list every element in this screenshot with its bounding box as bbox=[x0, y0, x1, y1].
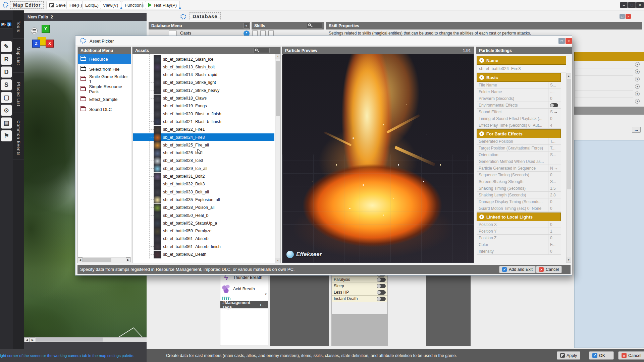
menu-item-viewv[interactable]: View(V) bbox=[100, 1, 121, 9]
system-icon[interactable]: S bbox=[1, 79, 12, 90]
display-icon[interactable]: ▢ bbox=[1, 92, 12, 103]
resource-icon[interactable]: R bbox=[1, 54, 12, 65]
asset-item[interactable]: sb_ef_battle014_Slash_rapid bbox=[133, 71, 274, 79]
scroll-right-icon[interactable]: ▶ bbox=[30, 338, 35, 342]
asset-item[interactable]: sb_ef_battle033_Bolt_all bbox=[133, 188, 274, 196]
setting-value[interactable]: 4 bbox=[548, 122, 561, 128]
setting-value[interactable]: 2.8 bbox=[548, 192, 561, 198]
test-play-button[interactable]: Test Play(P) bbox=[145, 1, 180, 9]
menu-item-simple-resource-pack[interactable]: Simple Resource Pack bbox=[78, 84, 131, 94]
menu-item-edite[interactable]: Edit(E) bbox=[82, 1, 102, 9]
asset-item[interactable]: sb_ef_battle061_Absorb bbox=[133, 235, 274, 243]
setting-value[interactable]: 1 bbox=[548, 228, 561, 234]
collapse-row-icon[interactable]: ▾ bbox=[635, 69, 640, 74]
setting-value[interactable]: S... bbox=[548, 82, 561, 88]
setting-value[interactable]: T... bbox=[548, 138, 561, 144]
toggle-off[interactable] bbox=[377, 297, 386, 301]
section-header-basic[interactable]: ▼Basic bbox=[477, 73, 561, 82]
asset-item[interactable]: sb_ef_battle061_Absorb_finish bbox=[133, 243, 274, 250]
particle-preview-viewport[interactable]: Effekseer bbox=[282, 54, 474, 263]
export-icon[interactable]: ▤ bbox=[1, 117, 12, 129]
asset-item[interactable]: sb_ef_battle012_Slash_ice bbox=[133, 55, 274, 63]
asset-item[interactable]: sb_ef_battle059_Paralyze bbox=[133, 227, 274, 235]
asset-item[interactable]: sb_ef_battle050_Heal_b bbox=[133, 212, 274, 219]
menu-item-smile-game-builder-1[interactable]: Smile Game Builder 1 bbox=[78, 74, 131, 84]
section-header-linked-to-local-lights[interactable]: ▼Linked to Local Lights bbox=[477, 213, 561, 221]
asset-item[interactable]: sb_ef_battle025_Fire_all bbox=[133, 141, 274, 149]
setting-value[interactable] bbox=[548, 102, 561, 108]
skills-search-box[interactable] bbox=[307, 23, 322, 28]
run-icon[interactable]: ⚑ bbox=[1, 130, 12, 141]
menu-burger-icon[interactable] bbox=[31, 27, 38, 34]
toggle-off[interactable] bbox=[377, 290, 386, 295]
add-and-exit-button[interactable]: ✓ Add and Exit bbox=[499, 266, 536, 273]
setting-value[interactable]: 0 bbox=[548, 205, 561, 212]
scroll-right-icon[interactable]: ▶ bbox=[126, 257, 130, 262]
asset-item[interactable]: sb_ef_battle019_Fangs bbox=[133, 102, 274, 110]
asset-item[interactable]: sb_ef_battle052_StatusUp_a bbox=[133, 219, 274, 227]
collapse-row-icon[interactable]: ▾ bbox=[635, 77, 640, 81]
expand-strip-button[interactable]: M· ❯ bbox=[0, 20, 12, 29]
sidebar-tab-map-list[interactable]: Map List bbox=[13, 39, 24, 73]
axis-z-handle[interactable]: Z bbox=[32, 40, 40, 48]
tool-icon[interactable] bbox=[268, 31, 274, 36]
minimize-icon[interactable]: – bbox=[620, 2, 628, 8]
nav-arrow-icon[interactable]: → bbox=[554, 166, 558, 171]
asset-item[interactable]: sb_ef_battle017_Strike_heavy bbox=[133, 86, 274, 94]
cancel-button[interactable]: × Cancel bbox=[618, 351, 644, 360]
asset-item[interactable]: sb_ef_battle031_Bolt2 bbox=[133, 173, 274, 180]
scroll-down-icon[interactable]: ▼ bbox=[275, 258, 280, 263]
database-icon[interactable]: D bbox=[1, 66, 12, 78]
setting-value[interactable]: S... bbox=[548, 178, 561, 185]
sidebar-tab-placed-list[interactable]: Placed List bbox=[13, 76, 24, 113]
setting-value[interactable]: 0 bbox=[548, 221, 561, 228]
menu-item-effect-sample[interactable]: Effect_Sample bbox=[78, 94, 131, 104]
scroll-down-icon[interactable]: ▼ bbox=[567, 257, 571, 262]
collapse-row-icon[interactable]: ▾ bbox=[635, 84, 640, 89]
setting-value[interactable]: S→ bbox=[548, 109, 561, 115]
setting-value[interactable] bbox=[548, 158, 561, 165]
axis-y-handle[interactable]: Y bbox=[42, 25, 50, 33]
setting-value[interactable]: T... bbox=[548, 145, 561, 151]
menu-item-sound-dlc[interactable]: Sound DLC bbox=[78, 104, 131, 114]
toggle-off[interactable] bbox=[377, 278, 386, 282]
collapse-row-icon[interactable]: ▾ bbox=[635, 92, 640, 96]
scroll-up-icon[interactable]: ▲ bbox=[567, 73, 571, 78]
maximize-icon[interactable]: □ bbox=[628, 2, 636, 8]
sidebar-tab-tools[interactable]: Tools bbox=[13, 15, 24, 39]
save-button[interactable]: Save bbox=[46, 1, 69, 9]
collapse-row-icon[interactable]: ▾ bbox=[635, 62, 640, 67]
asset-item[interactable]: sb_ef_battle020_Blast_a_finish bbox=[133, 110, 274, 118]
cancel-button[interactable]: × Cancel bbox=[536, 266, 562, 273]
setting-value[interactable]: 0 bbox=[548, 95, 561, 102]
menu-item-select-from-file[interactable]: Select from File bbox=[78, 64, 131, 74]
section-header-for-battle-effects[interactable]: ▼For Battle Effects bbox=[477, 129, 561, 138]
collapse-panel-icon[interactable]: « bbox=[244, 23, 249, 28]
map-hscrollbar-thumb[interactable] bbox=[36, 338, 103, 342]
ok-button[interactable]: ✓ OK bbox=[589, 351, 614, 360]
axis-x-handle[interactable]: X bbox=[46, 40, 54, 48]
tool-icon[interactable] bbox=[260, 31, 266, 36]
sidebar-tab-common-events[interactable]: Common Events bbox=[13, 116, 24, 160]
restore-icon[interactable]: □ bbox=[620, 14, 625, 19]
asset-item[interactable]: sb_ef_battle021_Blast_b_finish bbox=[133, 118, 274, 125]
asset-item[interactable]: sb_ef_battle029_Ice_all bbox=[133, 165, 274, 172]
vscrollbar-thumb[interactable] bbox=[567, 79, 571, 189]
setting-value[interactable]: 0 bbox=[548, 198, 561, 205]
section-header-name[interactable]: ▼Name bbox=[477, 56, 566, 65]
scroll-left-icon[interactable]: ◀ bbox=[24, 338, 30, 342]
asset-item[interactable]: sb_ef_battle022_Fire1 bbox=[133, 126, 274, 133]
nav-arrow-icon[interactable]: → bbox=[553, 109, 558, 114]
dialog-titlebar[interactable]: Asset Picker □ × bbox=[75, 36, 572, 46]
asset-item[interactable]: sb_ef_battle024_Fire3 bbox=[133, 133, 274, 141]
setting-value[interactable]: .... bbox=[548, 88, 561, 95]
menu-item-resource[interactable]: Resource bbox=[78, 54, 131, 64]
toggle-off[interactable] bbox=[377, 284, 386, 288]
setting-value[interactable]: 0 bbox=[548, 115, 561, 122]
asset-item[interactable]: sb_ef_battle032_Bolt3 bbox=[133, 180, 274, 188]
tool-icon[interactable] bbox=[252, 31, 258, 36]
setting-value[interactable]: 0 bbox=[548, 248, 561, 254]
setting-value[interactable]: N→ bbox=[548, 165, 561, 171]
hscrollbar-thumb[interactable] bbox=[83, 258, 111, 262]
setting-value[interactable]: 1.5 bbox=[548, 185, 561, 191]
